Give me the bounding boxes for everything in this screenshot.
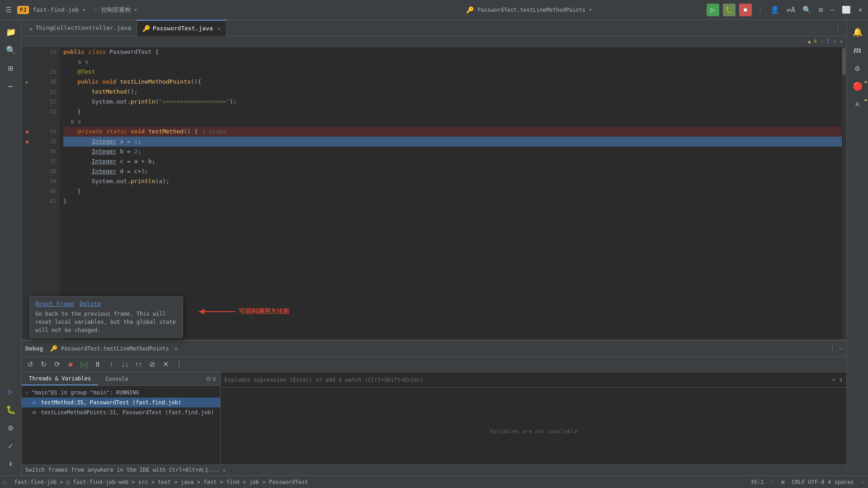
stack-frame-1[interactable]: ⊞ testLineMethodPoints:31, PasswordTest … (22, 407, 220, 417)
user-icon[interactable]: 👤 (769, 4, 781, 16)
debug-button[interactable]: 🐛 (723, 4, 736, 16)
windows-icon: ⊞ (781, 479, 784, 485)
expression-add-watch-icon[interactable]: + (832, 376, 835, 383)
debug-clear-btn[interactable]: ✕ (159, 358, 172, 371)
code-content: public class PasswordTest { ⇅ ∨ @Test pu… (60, 47, 842, 340)
debug-stop-btn[interactable]: ■ (64, 358, 77, 371)
debug-rerun-btn[interactable]: ↺ (24, 358, 36, 371)
sidebar-structure-icon[interactable]: ⊞ (3, 60, 19, 76)
expression-expand-icon[interactable]: ∨ (839, 376, 843, 383)
debug-step-over-btn[interactable]: ▷| (78, 358, 90, 371)
sidebar-search-icon[interactable]: 🔍 (3, 42, 19, 58)
project-dropdown-arrow[interactable]: ▾ (82, 7, 85, 12)
project-name[interactable]: fast-find-job (33, 6, 79, 13)
code-line-38: Integer d = c+3; (63, 166, 842, 176)
tab-threads-variables[interactable]: Threads & Variables (22, 372, 98, 385)
debug-more-options[interactable]: ⋮ (830, 345, 835, 352)
frame-icon-1: ⊞ (33, 409, 36, 416)
sidebar-notification-icon[interactable]: 🔔 (849, 24, 866, 40)
thread-filter-icon[interactable]: ⊟ (206, 374, 211, 383)
tab-password-test[interactable]: 🔑 PasswordTest.java ✕ (137, 20, 226, 36)
threads-panel: Threads & Variables Console ⊟ ∨ (22, 372, 221, 475)
warnings-bar: ▲ 4 ✓ 1 ∧ ∨ (22, 36, 846, 47)
more-options[interactable]: ⋮ (755, 6, 765, 13)
code-fold-1[interactable]: ⇅ ∨ (63, 57, 842, 67)
variables-content: Variables are not available (221, 388, 846, 475)
debug-pause-btn[interactable]: ⟳ (51, 358, 63, 371)
debug-close-tab[interactable]: ✕ (175, 345, 178, 352)
search-icon[interactable]: 🔍 (801, 4, 813, 16)
code-fold-2[interactable]: ⇅ ∨ (63, 117, 842, 127)
sidebar-error-icon-wrapper: 🔴 (849, 78, 866, 94)
debug-force-return-btn[interactable]: ↑↑ (132, 358, 145, 371)
thread-dropdown-icon[interactable]: ∨ (212, 374, 217, 383)
branch-dropdown-arrow[interactable]: ▾ (134, 7, 137, 12)
annotation-label: 可回到调用方法前 (239, 308, 289, 316)
sidebar-check-icon[interactable]: ✓ (3, 437, 19, 454)
debug-step-out-btn[interactable]: ↑ (105, 358, 118, 371)
sidebar-plugins-icon[interactable]: ⚙ (3, 419, 19, 436)
debug-resume-btn[interactable]: ↻ (37, 358, 50, 371)
code-line-32: System.out.println(">>>>>>>>>>>>>>>>>>")… (63, 97, 842, 107)
warning-count[interactable]: ▲ 4 (808, 38, 817, 44)
left-sidebar: 📁 🔍 ⊞ ⋯ ▷ 🐛 ⚙ ✓ ⬇ (0, 20, 22, 475)
delete-link[interactable]: Delete (80, 300, 101, 307)
minimize-button[interactable]: — (829, 4, 837, 16)
sidebar-run-icon[interactable]: ▷ (3, 383, 19, 399)
maximize-button[interactable]: ⬜ (840, 4, 853, 16)
sidebar-error-icon[interactable]: 🔴 (849, 78, 866, 94)
debug-title: Debug (25, 345, 43, 352)
right-sidebar: 🔔 m ⚙ 🔴 A (846, 20, 868, 475)
notification-close[interactable]: ✕ (223, 467, 226, 474)
sidebar-more-icon[interactable]: ⋯ (3, 78, 19, 94)
sidebar-debug-icon[interactable]: 🐛 (3, 401, 19, 417)
status-ok-icon: ✓ (861, 479, 864, 485)
run-config-name[interactable]: PasswordTest.testLineMethodPoints (477, 7, 585, 13)
code-line-39: System.out.println(a); (63, 176, 842, 186)
run-config-dropdown[interactable]: ▾ (589, 7, 592, 12)
settings-icon[interactable]: ⚙ (817, 4, 825, 16)
code-line-40: } (63, 186, 842, 196)
tab-console[interactable]: Console (98, 372, 136, 385)
tooltip-popup: Reset Frame Delete Go back to the previo… (29, 296, 183, 338)
debug-more-btn[interactable]: ⋮ (173, 358, 185, 371)
sidebar-deploy-icon[interactable]: ⬇ (3, 455, 19, 472)
branch-name[interactable]: 控制层重构 (101, 6, 131, 14)
threads-list: ✓ "main"@1 in group "main": RUNNING ⊞ te… (22, 386, 220, 475)
code-line-41: } (63, 196, 842, 206)
sidebar-m-icon[interactable]: m (849, 42, 866, 58)
debug-minimize[interactable]: — (839, 345, 843, 352)
close-button[interactable]: ✕ (856, 4, 864, 16)
debug-mute-bp-btn[interactable]: ⊘ (146, 358, 158, 371)
sidebar-folder-icon[interactable]: 📁 (3, 24, 19, 40)
hamburger-menu[interactable]: ☰ (4, 4, 14, 16)
debug-step-into-btn[interactable]: ⏸ (91, 358, 104, 371)
tab-more-button[interactable]: ⋮ (831, 24, 844, 31)
reset-frame-link[interactable]: Reset Frame (35, 300, 74, 307)
expression-input[interactable] (224, 377, 828, 383)
tab-thing-collect[interactable]: ☕ ThingCollectController.java (24, 20, 137, 36)
debug-force-step-btn[interactable]: ↓↓ (118, 358, 131, 371)
sidebar-plugin-icon[interactable]: ⚙ (849, 60, 866, 76)
editor-scrollbar[interactable] (842, 47, 846, 340)
code-line-29: @Test (63, 67, 842, 77)
stack-frame-0[interactable]: ⊞ testMethod:35, PasswordTest (fast.find… (22, 398, 220, 407)
translate-icon[interactable]: ⇌A (785, 4, 797, 16)
project-badge: FJ (17, 6, 29, 14)
thread-main-item[interactable]: ✓ "main"@1 in group "main": RUNNING (22, 388, 220, 398)
run-button[interactable]: ▷ (707, 4, 719, 16)
sidebar-accessibility-icon[interactable]: A (849, 96, 866, 112)
debug-content: Threads & Variables Console ⊟ ∨ (22, 372, 846, 475)
debug-run-config-tab[interactable]: PasswordTest.testLineMethodPoints (61, 346, 169, 352)
encoding-info: CRLF UTF-8 4 spaces (792, 479, 854, 485)
thread-check-icon: ✓ (25, 389, 28, 396)
scrollbar-thumb[interactable] (842, 48, 846, 75)
stop-button[interactable]: ■ (739, 4, 752, 16)
frame-icon-0: ⊞ (33, 399, 36, 406)
error-count[interactable]: ✓ 1 (821, 38, 830, 44)
status-run-icon: ▷ (4, 479, 7, 485)
tab-key-icon: 🔑 (142, 25, 150, 32)
code-line-34: private static void testMethod() {1 usag… (63, 127, 842, 137)
tab-close-button[interactable]: ✕ (217, 25, 221, 32)
arrow-line (199, 311, 235, 312)
